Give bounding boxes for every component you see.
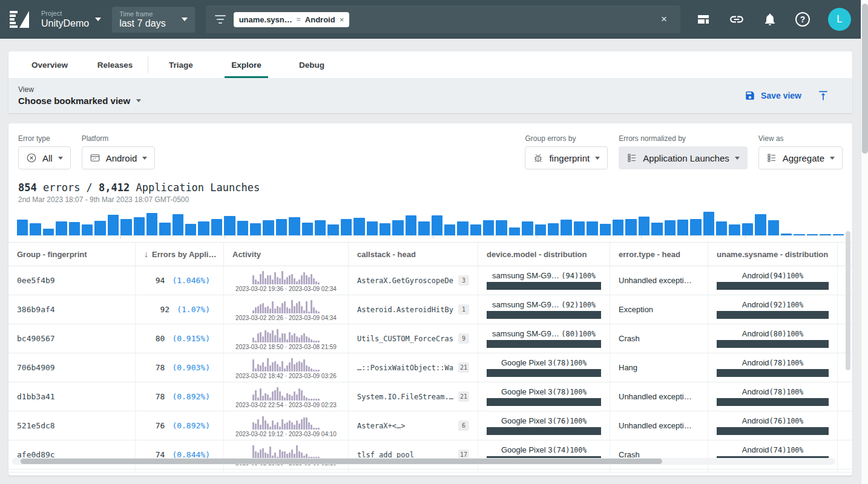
column-header[interactable]: ↓Errors by Appli… (136, 243, 224, 266)
table-row[interactable]: 386b9af492(1.07%)2023-03-02 20:26 · 2023… (8, 295, 852, 324)
tab-triage[interactable]: Triage (148, 51, 214, 78)
errors-histogram[interactable] (17, 209, 844, 235)
histogram-bar[interactable] (509, 227, 520, 235)
platform-select[interactable]: Android (82, 146, 156, 169)
page-scrollbar-thumb[interactable] (862, 4, 868, 154)
column-header[interactable]: callstack - head (349, 243, 478, 266)
histogram-bar[interactable] (134, 217, 145, 235)
help-icon[interactable]: ? (795, 12, 810, 27)
histogram-bar[interactable] (327, 224, 338, 235)
histogram-bar[interactable] (211, 219, 222, 235)
fingerprint-value[interactable]: 521e5dc8 (17, 421, 55, 430)
error-type-select[interactable]: All (18, 146, 71, 169)
tab-debug[interactable]: Debug (279, 51, 344, 78)
table-row[interactable]: 706b490978(0.903%)2023-03-02 18:42 · 202… (8, 353, 852, 382)
callstack-head-value[interactable]: System.IO.FileStream.… (357, 393, 453, 401)
histogram-bar[interactable] (820, 234, 830, 235)
histogram-bar[interactable] (237, 221, 248, 235)
histogram-bar[interactable] (807, 234, 818, 235)
histogram-bar[interactable] (380, 223, 390, 235)
group-by-select[interactable]: fingerprint (525, 146, 608, 169)
histogram-bar[interactable] (716, 221, 727, 235)
histogram-bar[interactable] (625, 219, 636, 235)
project-selector[interactable]: Project UnityDemo (41, 10, 101, 29)
save-view-button[interactable]: Save view (745, 90, 801, 101)
histogram-bar[interactable] (353, 218, 364, 235)
tab-explore[interactable]: Explore (214, 51, 279, 78)
horizontal-scrollbar[interactable] (12, 458, 835, 465)
table-vertical-scrollbar[interactable] (846, 231, 850, 407)
histogram-bar[interactable] (496, 220, 507, 235)
histogram-bar[interactable] (574, 221, 585, 235)
timeframe-selector[interactable]: Time frame last 7 days (112, 7, 194, 33)
histogram-bar[interactable] (677, 220, 688, 235)
histogram-bar[interactable] (444, 224, 455, 235)
histogram-bar[interactable] (43, 229, 54, 235)
histogram-bar[interactable] (742, 223, 753, 235)
histogram-bar[interactable] (108, 215, 119, 235)
column-header[interactable]: error.type - head (610, 243, 708, 266)
histogram-bar[interactable] (470, 224, 481, 235)
histogram-bar[interactable] (768, 220, 779, 235)
histogram-bar[interactable] (794, 234, 804, 235)
horizontal-scrollbar-thumb[interactable] (21, 459, 662, 464)
callstack-head-value[interactable]: AsteraX.GetGyroscopeDe… (357, 276, 453, 285)
histogram-bar[interactable] (250, 223, 261, 235)
fingerprint-value[interactable]: d1bb3a41 (17, 392, 55, 401)
histogram-bar[interactable] (406, 215, 416, 235)
histogram-bar[interactable] (17, 220, 28, 235)
column-header[interactable]: uname.sysname - distribution (708, 243, 838, 266)
histogram-bar[interactable] (120, 219, 131, 235)
link-icon[interactable] (729, 11, 745, 27)
histogram-bar[interactable] (198, 221, 209, 235)
histogram-bar[interactable] (665, 220, 676, 235)
histogram-bar[interactable] (522, 221, 533, 235)
histogram-bar[interactable] (159, 223, 170, 235)
notifications-bell-icon[interactable] (763, 12, 777, 27)
avatar[interactable]: L (828, 8, 851, 31)
histogram-bar[interactable] (457, 221, 468, 235)
histogram-bar[interactable] (30, 223, 41, 235)
histogram-bar[interactable] (639, 217, 649, 235)
table-row[interactable]: 521e5dc876(0.892%)2023-03-02 19:12 · 202… (8, 411, 852, 440)
column-header[interactable]: Group - fingerprint (8, 243, 136, 266)
fingerprint-value[interactable]: 386b9af4 (17, 305, 55, 314)
histogram-bar[interactable] (341, 219, 352, 235)
fingerprint-value[interactable]: 706b4909 (17, 363, 55, 372)
histogram-bar[interactable] (367, 221, 378, 235)
table-row[interactable]: d1bb3a4178(0.892%)2023-03-02 22:54 · 202… (8, 382, 852, 411)
histogram-bar[interactable] (587, 221, 597, 235)
callstack-head-value[interactable]: Asteroid.AsteroidHitBy… (357, 306, 453, 314)
filter-chip[interactable]: uname.sysn… = Android × (234, 12, 350, 27)
table-scrollbar-thumb[interactable] (846, 231, 850, 370)
tab-releases[interactable]: Releases (82, 51, 148, 78)
histogram-bar[interactable] (392, 220, 403, 235)
histogram-bar[interactable] (82, 224, 93, 235)
histogram-bar[interactable] (548, 223, 559, 235)
histogram-bar[interactable] (535, 224, 546, 235)
view-as-select[interactable]: Aggregate (758, 146, 843, 169)
bookmarked-view-selector[interactable]: Choose bookmarked view (18, 96, 141, 106)
histogram-bar[interactable] (263, 220, 274, 235)
histogram-bar[interactable] (600, 224, 611, 235)
histogram-bar[interactable] (173, 214, 183, 235)
histogram-bar[interactable] (781, 234, 792, 235)
table-row[interactable]: 0ee5f4b994(1.046%)2023-03-02 19:36 · 202… (8, 266, 852, 295)
fingerprint-value[interactable]: 0ee5f4b9 (17, 276, 55, 285)
histogram-bar[interactable] (833, 234, 844, 235)
histogram-bar[interactable] (56, 221, 67, 235)
callstack-head-value[interactable]: AsteraX+<…> (357, 422, 405, 430)
callstack-head-value[interactable]: Utils_CUSTOM_ForceCrash (357, 335, 453, 343)
histogram-bar[interactable] (651, 223, 662, 235)
histogram-bar[interactable] (185, 224, 196, 235)
histogram-bar[interactable] (432, 215, 442, 235)
histogram-bar[interactable] (703, 212, 714, 235)
table-row[interactable]: bc49056780(0.915%)2023-03-02 18:50 · 202… (8, 324, 852, 353)
histogram-bar[interactable] (315, 220, 326, 235)
dashboard-layout-icon[interactable] (696, 12, 711, 27)
histogram-bar[interactable] (613, 220, 623, 235)
histogram-bar[interactable] (690, 219, 701, 235)
histogram-bar[interactable] (302, 223, 313, 235)
histogram-bar[interactable] (418, 221, 429, 235)
clear-filters-icon[interactable]: × (656, 11, 672, 28)
